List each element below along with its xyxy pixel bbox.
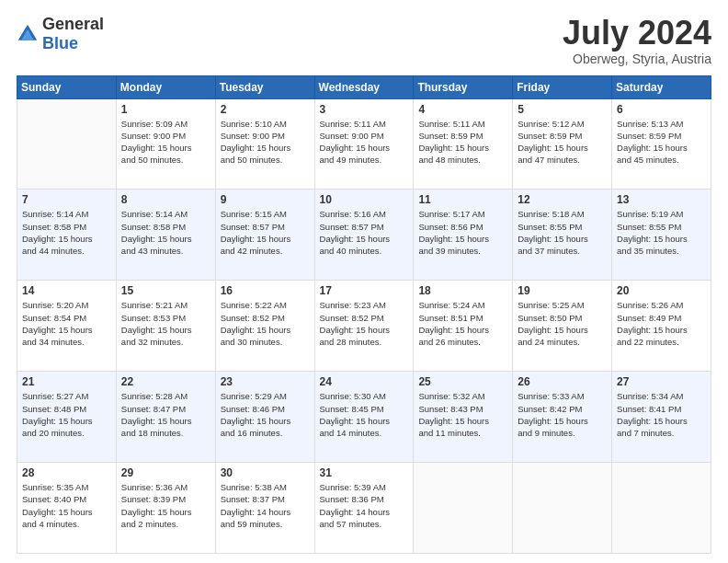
day-number: 14 — [22, 284, 111, 297]
table-row — [414, 463, 513, 554]
cell-info: Sunrise: 5:09 AM Sunset: 9:00 PM Dayligh… — [121, 118, 210, 167]
table-row: 18Sunrise: 5:24 AM Sunset: 8:51 PM Dayli… — [414, 281, 513, 372]
cell-info: Sunrise: 5:26 AM Sunset: 8:49 PM Dayligh… — [617, 299, 706, 348]
header-friday: Friday — [513, 75, 612, 98]
cell-info: Sunrise: 5:17 AM Sunset: 8:56 PM Dayligh… — [418, 208, 507, 257]
day-number: 21 — [22, 375, 111, 388]
table-row: 16Sunrise: 5:22 AM Sunset: 8:52 PM Dayli… — [215, 281, 314, 372]
header: General Blue July 2024 Oberweg, Styria, … — [17, 15, 711, 66]
day-number: 19 — [518, 284, 607, 297]
logo-icon — [17, 23, 39, 45]
table-row: 31Sunrise: 5:39 AM Sunset: 8:36 PM Dayli… — [314, 463, 414, 554]
table-row: 25Sunrise: 5:32 AM Sunset: 8:43 PM Dayli… — [414, 372, 513, 463]
day-number: 11 — [418, 193, 507, 206]
table-row: 23Sunrise: 5:29 AM Sunset: 8:46 PM Dayli… — [215, 372, 314, 463]
cell-info: Sunrise: 5:35 AM Sunset: 8:40 PM Dayligh… — [22, 481, 111, 530]
cell-info: Sunrise: 5:14 AM Sunset: 8:58 PM Dayligh… — [22, 208, 111, 257]
table-row: 11Sunrise: 5:17 AM Sunset: 8:56 PM Dayli… — [414, 190, 513, 281]
day-number: 13 — [617, 193, 706, 206]
table-row: 26Sunrise: 5:33 AM Sunset: 8:42 PM Dayli… — [513, 372, 612, 463]
cell-info: Sunrise: 5:27 AM Sunset: 8:48 PM Dayligh… — [22, 390, 111, 439]
header-saturday: Saturday — [612, 75, 711, 98]
cell-info: Sunrise: 5:16 AM Sunset: 8:57 PM Dayligh… — [320, 208, 409, 257]
header-sunday: Sunday — [17, 75, 117, 98]
day-number: 3 — [320, 103, 409, 116]
table-row: 22Sunrise: 5:28 AM Sunset: 8:47 PM Dayli… — [116, 372, 215, 463]
day-number: 9 — [221, 193, 310, 206]
cell-info: Sunrise: 5:23 AM Sunset: 8:52 PM Dayligh… — [320, 299, 409, 348]
table-row: 13Sunrise: 5:19 AM Sunset: 8:55 PM Dayli… — [612, 190, 711, 281]
cell-info: Sunrise: 5:36 AM Sunset: 8:39 PM Dayligh… — [121, 481, 210, 530]
day-number: 22 — [121, 375, 210, 388]
day-number: 15 — [121, 284, 210, 297]
day-number: 10 — [320, 193, 409, 206]
logo-text: General Blue — [42, 15, 104, 53]
days-header-row: Sunday Monday Tuesday Wednesday Thursday… — [17, 75, 711, 98]
day-number: 2 — [221, 103, 310, 116]
cell-info: Sunrise: 5:10 AM Sunset: 9:00 PM Dayligh… — [221, 118, 310, 167]
table-row: 4Sunrise: 5:11 AM Sunset: 8:59 PM Daylig… — [414, 98, 513, 190]
day-number: 27 — [617, 375, 706, 388]
table-row: 24Sunrise: 5:30 AM Sunset: 8:45 PM Dayli… — [314, 372, 414, 463]
table-row: 3Sunrise: 5:11 AM Sunset: 9:00 PM Daylig… — [314, 98, 414, 190]
day-number: 5 — [518, 103, 607, 116]
calendar-page: General Blue July 2024 Oberweg, Styria, … — [0, 0, 728, 563]
day-number: 31 — [320, 466, 409, 479]
cell-info: Sunrise: 5:14 AM Sunset: 8:58 PM Dayligh… — [121, 208, 210, 257]
header-thursday: Thursday — [414, 75, 513, 98]
cell-info: Sunrise: 5:20 AM Sunset: 8:54 PM Dayligh… — [22, 299, 111, 348]
cell-info: Sunrise: 5:21 AM Sunset: 8:53 PM Dayligh… — [121, 299, 210, 348]
day-number: 16 — [221, 284, 310, 297]
cell-info: Sunrise: 5:28 AM Sunset: 8:47 PM Dayligh… — [121, 390, 210, 439]
table-row: 21Sunrise: 5:27 AM Sunset: 8:48 PM Dayli… — [17, 372, 117, 463]
day-number: 25 — [418, 375, 507, 388]
logo-general: General — [42, 15, 104, 33]
calendar-week-row: 1Sunrise: 5:09 AM Sunset: 9:00 PM Daylig… — [17, 98, 711, 190]
table-row — [513, 463, 612, 554]
table-row: 15Sunrise: 5:21 AM Sunset: 8:53 PM Dayli… — [116, 281, 215, 372]
calendar-table: Sunday Monday Tuesday Wednesday Thursday… — [17, 75, 711, 554]
table-row: 5Sunrise: 5:12 AM Sunset: 8:59 PM Daylig… — [513, 98, 612, 190]
table-row: 6Sunrise: 5:13 AM Sunset: 8:59 PM Daylig… — [612, 98, 711, 190]
location: Oberweg, Styria, Austria — [563, 52, 711, 66]
table-row: 19Sunrise: 5:25 AM Sunset: 8:50 PM Dayli… — [513, 281, 612, 372]
table-row: 8Sunrise: 5:14 AM Sunset: 8:58 PM Daylig… — [116, 190, 215, 281]
cell-info: Sunrise: 5:12 AM Sunset: 8:59 PM Dayligh… — [518, 118, 607, 167]
table-row: 9Sunrise: 5:15 AM Sunset: 8:57 PM Daylig… — [215, 190, 314, 281]
day-number: 23 — [221, 375, 310, 388]
day-number: 7 — [22, 193, 111, 206]
table-row — [17, 98, 117, 190]
table-row: 14Sunrise: 5:20 AM Sunset: 8:54 PM Dayli… — [17, 281, 117, 372]
cell-info: Sunrise: 5:38 AM Sunset: 8:37 PM Dayligh… — [221, 481, 310, 530]
table-row: 7Sunrise: 5:14 AM Sunset: 8:58 PM Daylig… — [17, 190, 117, 281]
month-year: July 2024 — [563, 15, 711, 52]
table-row: 17Sunrise: 5:23 AM Sunset: 8:52 PM Dayli… — [314, 281, 414, 372]
table-row: 2Sunrise: 5:10 AM Sunset: 9:00 PM Daylig… — [215, 98, 314, 190]
table-row: 30Sunrise: 5:38 AM Sunset: 8:37 PM Dayli… — [215, 463, 314, 554]
day-number: 24 — [320, 375, 409, 388]
calendar-week-row: 28Sunrise: 5:35 AM Sunset: 8:40 PM Dayli… — [17, 463, 711, 554]
cell-info: Sunrise: 5:29 AM Sunset: 8:46 PM Dayligh… — [221, 390, 310, 439]
table-row: 29Sunrise: 5:36 AM Sunset: 8:39 PM Dayli… — [116, 463, 215, 554]
table-row: 10Sunrise: 5:16 AM Sunset: 8:57 PM Dayli… — [314, 190, 414, 281]
cell-info: Sunrise: 5:24 AM Sunset: 8:51 PM Dayligh… — [418, 299, 507, 348]
cell-info: Sunrise: 5:33 AM Sunset: 8:42 PM Dayligh… — [518, 390, 607, 439]
calendar-week-row: 14Sunrise: 5:20 AM Sunset: 8:54 PM Dayli… — [17, 281, 711, 372]
cell-info: Sunrise: 5:13 AM Sunset: 8:59 PM Dayligh… — [617, 118, 706, 167]
cell-info: Sunrise: 5:32 AM Sunset: 8:43 PM Dayligh… — [418, 390, 507, 439]
cell-info: Sunrise: 5:22 AM Sunset: 8:52 PM Dayligh… — [221, 299, 310, 348]
cell-info: Sunrise: 5:34 AM Sunset: 8:41 PM Dayligh… — [617, 390, 706, 439]
day-number: 29 — [121, 466, 210, 479]
day-number: 18 — [418, 284, 507, 297]
table-row: 12Sunrise: 5:18 AM Sunset: 8:55 PM Dayli… — [513, 190, 612, 281]
cell-info: Sunrise: 5:18 AM Sunset: 8:55 PM Dayligh… — [518, 208, 607, 257]
day-number: 6 — [617, 103, 706, 116]
cell-info: Sunrise: 5:25 AM Sunset: 8:50 PM Dayligh… — [518, 299, 607, 348]
table-row: 1Sunrise: 5:09 AM Sunset: 9:00 PM Daylig… — [116, 98, 215, 190]
day-number: 8 — [121, 193, 210, 206]
day-number: 12 — [518, 193, 607, 206]
table-row — [612, 463, 711, 554]
title-block: July 2024 Oberweg, Styria, Austria — [563, 15, 711, 66]
day-number: 28 — [22, 466, 111, 479]
cell-info: Sunrise: 5:19 AM Sunset: 8:55 PM Dayligh… — [617, 208, 706, 257]
